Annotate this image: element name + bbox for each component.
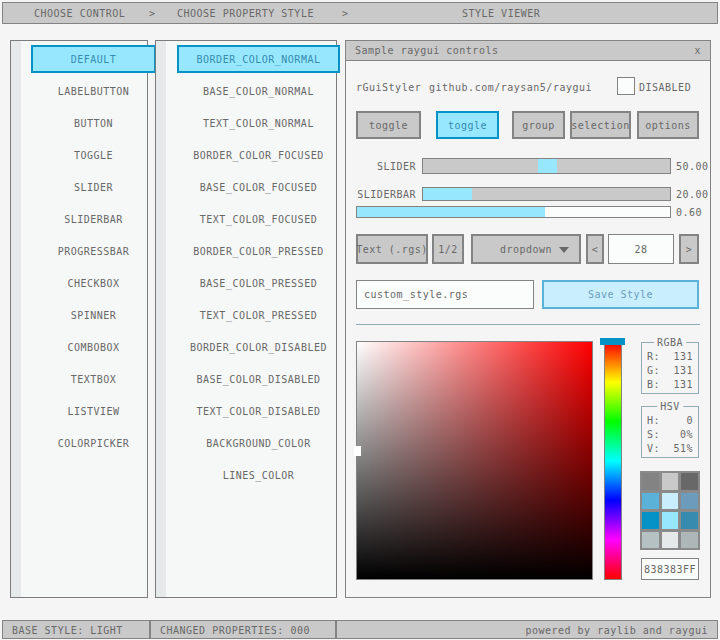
- list-item[interactable]: DEFAULT: [31, 45, 156, 73]
- list-item[interactable]: BORDER_COLOR_FOCUSED: [177, 141, 340, 169]
- app-name-label: rGuiStyler: [356, 82, 421, 93]
- repo-link[interactable]: github.com/raysan5/raygui: [429, 82, 592, 93]
- controls-list-scrollbar[interactable]: [11, 41, 21, 597]
- list-item[interactable]: TEXT_COLOR_FOCUSED: [177, 205, 340, 233]
- properties-list-panel: BORDER_COLOR_NORMALBASE_COLOR_NORMALTEXT…: [155, 40, 337, 598]
- list-item[interactable]: TEXTBOX: [31, 365, 156, 393]
- hue-bar-handle[interactable]: [600, 338, 625, 345]
- rgba-row-g: G: 131: [647, 365, 693, 379]
- hex-value: 838383FF: [644, 564, 696, 575]
- powered-by-text: powered by raylib and raygui: [525, 625, 708, 636]
- dropdown-label: dropdown: [500, 244, 552, 255]
- breadcrumb-style-viewer: STYLE VIEWER: [462, 8, 540, 19]
- v-label: V:: [647, 443, 660, 457]
- statusbar-base-style: BASE STYLE: LIGHT: [2, 620, 150, 639]
- list-item[interactable]: BASE_COLOR_DISABLED: [177, 365, 340, 393]
- rguistyler-app: CHOOSE CONTROL > CHOOSE PROPERTY STYLE >…: [0, 0, 720, 640]
- color-swatch[interactable]: [662, 473, 679, 490]
- list-item[interactable]: TEXT_COLOR_NORMAL: [177, 109, 340, 137]
- list-item[interactable]: BORDER_COLOR_NORMAL: [177, 45, 340, 73]
- rgba-groupbox: RGBA R: 131 G: 131 B: 131: [641, 342, 699, 394]
- g-label: G:: [647, 365, 660, 379]
- list-item[interactable]: COMBOBOX: [31, 333, 156, 361]
- list-item[interactable]: BUTTON: [31, 109, 156, 137]
- filename-input[interactable]: custom_style.rgs: [356, 280, 534, 309]
- list-item[interactable]: SLIDERBAR: [31, 205, 156, 233]
- list-item[interactable]: TEXT_COLOR_DISABLED: [177, 397, 340, 425]
- list-item[interactable]: BASE_COLOR_NORMAL: [177, 77, 340, 105]
- toggle-button[interactable]: toggle: [436, 111, 499, 139]
- list-item[interactable]: BORDER_COLOR_DISABLED: [177, 333, 340, 361]
- style-color-grid: [640, 471, 700, 550]
- window-titlebar[interactable]: Sample raygui controls x: [346, 41, 710, 61]
- rgba-row-b: B: 131: [647, 379, 693, 393]
- color-swatch[interactable]: [681, 493, 698, 510]
- list-item[interactable]: LABELBUTTON: [31, 77, 156, 105]
- list-item[interactable]: LINES_COLOR: [177, 461, 340, 489]
- changed-properties-text: CHANGED PROPERTIES: 000: [160, 625, 310, 636]
- statusbar-changed-properties: CHANGED PROPERTIES: 000: [150, 620, 336, 639]
- breadcrumb-choose-control: CHOOSE CONTROL: [34, 8, 125, 19]
- hex-value-box[interactable]: 838383FF: [641, 558, 699, 580]
- list-item[interactable]: BASE_COLOR_PRESSED: [177, 269, 340, 297]
- list-item[interactable]: SLIDER: [31, 173, 156, 201]
- toggle-button[interactable]: toggle: [356, 111, 421, 139]
- breadcrumb-choose-property-style: CHOOSE PROPERTY STYLE: [177, 8, 314, 19]
- controls-list: DEFAULTLABELBUTTONBUTTONTOGGLESLIDERSLID…: [31, 45, 156, 597]
- spinner-increment-button[interactable]: >: [679, 234, 699, 264]
- slider-value: 50.00: [676, 161, 709, 172]
- slider-knob[interactable]: [538, 159, 557, 173]
- color-swatch[interactable]: [681, 473, 698, 490]
- list-item[interactable]: BACKGROUND_COLOR: [177, 429, 340, 457]
- list-item[interactable]: COLORPICKER: [31, 429, 156, 457]
- chevron-right-icon: >: [149, 8, 156, 19]
- sliderbar[interactable]: [422, 187, 671, 201]
- spinner-decrement-button[interactable]: <: [586, 234, 604, 264]
- color-swatch[interactable]: [662, 532, 679, 549]
- close-icon[interactable]: x: [694, 45, 701, 56]
- list-item[interactable]: SPINNER: [31, 301, 156, 329]
- r-value: 131: [673, 351, 693, 365]
- color-swatch[interactable]: [642, 493, 659, 510]
- half-button[interactable]: 1/2: [432, 234, 464, 264]
- disabled-checkbox[interactable]: [617, 77, 635, 95]
- color-swatch[interactable]: [642, 512, 659, 529]
- list-item[interactable]: PROGRESSBAR: [31, 237, 156, 265]
- color-swatch[interactable]: [662, 512, 679, 529]
- color-picker-gradient[interactable]: [356, 341, 593, 580]
- properties-list-scrollbar[interactable]: [156, 41, 166, 597]
- color-picker-marker[interactable]: [354, 446, 361, 456]
- properties-list: BORDER_COLOR_NORMALBASE_COLOR_NORMALTEXT…: [177, 45, 340, 597]
- color-swatch[interactable]: [642, 473, 659, 490]
- color-swatch[interactable]: [681, 532, 698, 549]
- v-value: 51%: [673, 443, 693, 457]
- hsv-row-v: V: 51%: [647, 443, 693, 457]
- hsv-title: HSV: [657, 401, 683, 412]
- toggle-button[interactable]: options: [637, 111, 699, 139]
- list-item[interactable]: TEXT_COLOR_PRESSED: [177, 301, 340, 329]
- format-rgs-button[interactable]: Text (.rgs): [356, 234, 428, 264]
- color-swatch[interactable]: [681, 512, 698, 529]
- save-style-button[interactable]: Save Style: [542, 280, 699, 309]
- h-label: H:: [647, 415, 660, 429]
- b-value: 131: [673, 379, 693, 393]
- dropdown-combobox[interactable]: dropdown: [471, 234, 581, 264]
- color-swatch[interactable]: [642, 532, 659, 549]
- list-item[interactable]: BORDER_COLOR_PRESSED: [177, 237, 340, 265]
- color-swatch[interactable]: [662, 493, 679, 510]
- toggle-button[interactable]: group: [512, 111, 565, 139]
- hsv-groupbox: HSV H: 0 S: 0% V: 51%: [641, 406, 699, 458]
- chevron-right-icon: >: [342, 8, 349, 19]
- list-item[interactable]: BASE_COLOR_FOCUSED: [177, 173, 340, 201]
- list-item[interactable]: CHECKBOX: [31, 269, 156, 297]
- s-label: S:: [647, 429, 660, 443]
- list-item[interactable]: TOGGLE: [31, 141, 156, 169]
- list-item[interactable]: LISTVIEW: [31, 397, 156, 425]
- hue-bar[interactable]: [604, 342, 622, 580]
- toggle-button[interactable]: selection: [570, 111, 631, 139]
- breadcrumb: CHOOSE CONTROL > CHOOSE PROPERTY STYLE >…: [2, 2, 718, 24]
- slider[interactable]: [422, 158, 671, 174]
- spinner-valuebox[interactable]: 28: [608, 234, 674, 264]
- r-label: R:: [647, 351, 660, 365]
- sample-controls-window: Sample raygui controls x rGuiStyler gith…: [345, 40, 711, 598]
